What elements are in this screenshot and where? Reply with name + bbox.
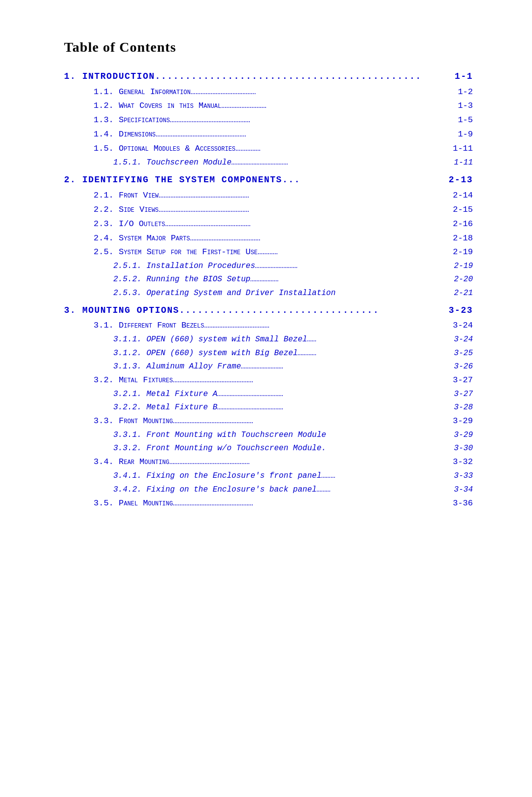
toc-label-s1-4: Dimensions <box>119 128 156 142</box>
toc-page-s1-2: 1-3 <box>443 99 473 113</box>
toc-num-s1-3: 1.3. <box>94 113 119 128</box>
toc-page-ch1: 1-1 <box>443 69 473 84</box>
toc-num-ch2: 2. <box>64 172 82 188</box>
toc-num-s2-5: 2.5. <box>94 245 119 260</box>
toc-entry-s2-5-3[interactable]: 2.5.3. Operating System and Driver Insta… <box>64 287 473 300</box>
toc-dots-s3-2-2: …………………………………… <box>217 401 443 414</box>
toc-dots-s2-4: …………………………………… <box>190 232 443 246</box>
toc-page-s2-4: 2-18 <box>443 232 473 246</box>
toc-entry-s3-3[interactable]: 3.3. Front Mounting…………………………………………3-29 <box>64 414 473 429</box>
toc-entry-s2-3[interactable]: 2.3. I/O Outlets……………………………………………2-16 <box>64 217 473 232</box>
toc-entry-ch1[interactable]: 1. INTRODUCTION.........................… <box>64 69 473 84</box>
toc-entry-s3-4[interactable]: 3.4. Rear Mounting…………………………………………3-32 <box>64 455 473 469</box>
toc-dots-s3-1-2: ………… <box>298 347 443 360</box>
toc-entry-s2-2[interactable]: 2.2. Side Views………………………………………………2-15 <box>64 203 473 217</box>
toc-num-s3-1-2: 3.1.2. <box>113 347 146 360</box>
toc-num-s2-5-3: 2.5.3. <box>113 287 146 300</box>
toc-dots-s3-2: ………………………………………… <box>173 373 443 388</box>
toc-num-s3-1-3: 3.1.3. <box>113 360 146 373</box>
toc-num-s3-3: 3.3. <box>94 414 119 429</box>
toc-label-s2-2: Side Views <box>119 203 159 217</box>
toc-container: 1. INTRODUCTION.........................… <box>64 69 473 511</box>
toc-entry-s3-1-3[interactable]: 3.1.3. Aluminum Alloy Frame………………………3-26 <box>64 360 473 373</box>
toc-entry-s2-5[interactable]: 2.5. System Setup for the First-time Use… <box>64 245 473 260</box>
toc-entry-s2-5-2[interactable]: 2.5.2. Running the BIOS Setup ………………2-20 <box>64 273 473 286</box>
toc-entry-s3-4-2[interactable]: 3.4.2. Fixing on the Enclosure's back pa… <box>64 483 473 497</box>
toc-entry-s3-3-2[interactable]: 3.3.2. Front Mounting w/o Touchscreen Mo… <box>64 442 473 455</box>
toc-num-s3-1: 3.1. <box>94 319 119 333</box>
toc-num-s1-5-1: 1.5.1. <box>113 156 146 169</box>
toc-entry-s3-1-1[interactable]: 3.1.1. OPEN (660) system with Small Beze… <box>64 333 473 346</box>
toc-page-s3-2: 3-27 <box>443 373 473 388</box>
toc-entry-s3-3-1[interactable]: 3.3.1. Front Mounting with Touchscreen M… <box>64 429 473 442</box>
toc-page-s1-5: 1-11 <box>443 142 473 156</box>
toc-dots-s3-4-2: ……… <box>317 483 443 497</box>
toc-dots-s2-1: ……………………………………………… <box>159 189 443 203</box>
toc-entry-s3-2[interactable]: 3.2. Metal Fixtures…………………………………………3-27 <box>64 373 473 388</box>
toc-page-s2-3: 2-16 <box>443 217 473 232</box>
toc-label-s2-5-1: Installation Procedures <box>146 260 255 273</box>
toc-dots-s2-5: ………… <box>258 245 443 260</box>
toc-label-s3-1-3: Aluminum Alloy Frame <box>146 360 241 373</box>
toc-entry-s3-1[interactable]: 3.1. Different Front Bezels…………………………………… <box>64 319 473 333</box>
toc-entry-s3-1-2[interactable]: 3.1.2. OPEN (660) system with Big Bezel … <box>64 347 473 360</box>
toc-page-s3-3-1: 3-29 <box>443 429 473 442</box>
toc-dots-ch1: ........................................… <box>155 69 443 84</box>
toc-num-s3-4-1: 3.4.1. <box>113 469 146 483</box>
toc-entry-s1-3[interactable]: 1.3. Specifications…………………………………………1-5 <box>64 113 473 128</box>
toc-entry-s1-5[interactable]: 1.5. Optional Modules & Accessories……………… <box>64 142 473 156</box>
toc-entry-s2-5-1[interactable]: 2.5.1. Installation Procedures………………………2… <box>64 260 473 273</box>
toc-dots-s3-1: ………………………………… <box>204 319 443 333</box>
toc-page-ch2: 2-13 <box>443 172 473 188</box>
toc-entry-s1-2[interactable]: 1.2. What Covers in this Manual………………………… <box>64 99 473 113</box>
toc-num-s3-3-2: 3.3.2. <box>113 442 146 455</box>
toc-num-s2-3: 2.3. <box>94 217 119 232</box>
toc-dots-s3-4: ………………………………………… <box>169 455 443 469</box>
toc-num-s1-2: 1.2. <box>94 99 119 113</box>
toc-label-s2-3: I/O Outlets <box>119 217 165 232</box>
toc-num-s3-2: 3.2. <box>94 373 119 388</box>
toc-dots-s2-2: ……………………………………………… <box>159 203 443 217</box>
toc-dots-ch3: ................................. <box>179 303 443 318</box>
toc-num-s2-1: 2.1. <box>94 189 119 203</box>
toc-entry-s3-4-1[interactable]: 3.4.1. Fixing on the Enclosure's front p… <box>64 469 473 483</box>
toc-entry-s2-4[interactable]: 2.4. System Major Parts……………………………………2-1… <box>64 232 473 246</box>
toc-page-s2-5-1: 2-19 <box>443 260 473 273</box>
toc-dots-s2-3: …………………………………………… <box>165 217 443 232</box>
toc-num-s3-2-2: 3.2.2. <box>113 401 146 414</box>
toc-page-s3-1-3: 3-26 <box>443 360 473 373</box>
toc-label-s2-1: Front View <box>119 189 159 203</box>
toc-entry-s3-5[interactable]: 3.5. Panel Mounting…………………………………………3-36 <box>64 497 473 511</box>
toc-entry-ch3[interactable]: 3. MOUNTING OPTIONS.....................… <box>64 303 473 318</box>
toc-dots-s3-2-1: …………………………………… <box>217 388 443 401</box>
toc-dots-s1-1: ………………………………… <box>191 85 443 100</box>
toc-label-s3-1-2: OPEN (660) system with Big Bezel <box>146 347 298 360</box>
toc-label-ch3: MOUNTING OPTIONS <box>82 303 179 318</box>
toc-dots-s1-5-1: ……………………………… <box>232 156 443 169</box>
toc-num-s3-5: 3.5. <box>94 497 119 511</box>
toc-entry-s2-1[interactable]: 2.1. Front View………………………………………………2-14 <box>64 189 473 203</box>
toc-entry-s3-2-2[interactable]: 3.2.2. Metal Fixture B……………………………………3-28 <box>64 401 473 414</box>
toc-entry-s1-5-1[interactable]: 1.5.1. Touchscreen Module ………………………………1-… <box>64 156 473 169</box>
toc-entry-s1-4[interactable]: 1.4. Dimensions………………………………………………1-9 <box>64 128 473 142</box>
toc-page-s3-2-2: 3-28 <box>443 401 473 414</box>
toc-label-s3-4-1: Fixing on the Enclosure's front panel <box>146 469 321 483</box>
toc-entry-s3-2-1[interactable]: 3.2.1. Metal Fixture A……………………………………3-27 <box>64 388 473 401</box>
toc-page-ch3: 3-23 <box>443 303 473 318</box>
toc-label-s3-2-2: Metal Fixture B <box>146 401 217 414</box>
toc-num-s3-1-1: 3.1.1. <box>113 333 146 346</box>
toc-num-s1-5: 1.5. <box>94 142 119 156</box>
toc-num-s3-3-1: 3.3.1. <box>113 429 146 442</box>
toc-dots-s1-4: ……………………………………………… <box>156 128 443 142</box>
toc-entry-ch2[interactable]: 2. IDENTIFYING THE SYSTEM COMPONENTS...2… <box>64 172 473 188</box>
toc-num-ch1: 1. <box>64 69 82 84</box>
toc-label-s1-5: Optional Modules & Accessories <box>119 142 235 156</box>
toc-dots-s2-5-1: ……………………… <box>255 260 443 273</box>
toc-page-s3-3-2: 3-30 <box>443 442 473 455</box>
toc-page-s2-5: 2-19 <box>443 245 473 260</box>
toc-dots-s2-5-2: ……………… <box>250 273 443 286</box>
toc-entry-s1-1[interactable]: 1.1. General Information…………………………………1-2 <box>64 85 473 100</box>
toc-page-s1-5-1: 1-11 <box>443 156 473 169</box>
toc-num-s2-5-2: 2.5.2. <box>113 273 146 286</box>
toc-num-s2-2: 2.2. <box>94 203 119 217</box>
